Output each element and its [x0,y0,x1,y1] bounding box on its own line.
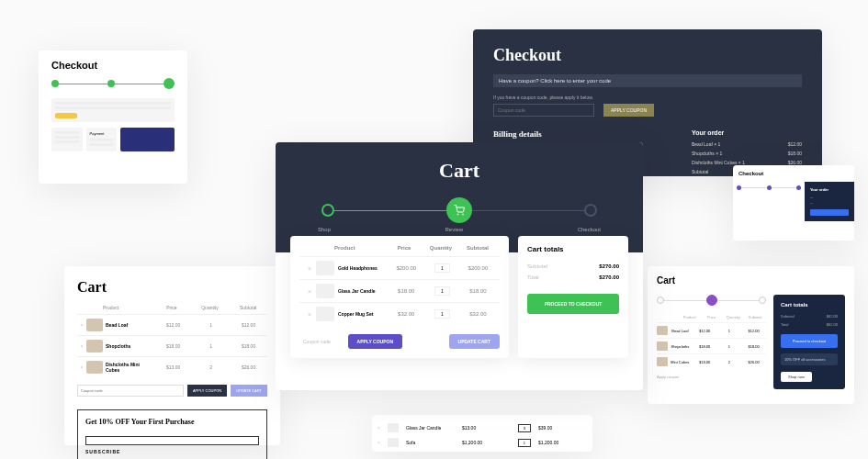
checkout-mini-dark: Checkout Your order—— [733,165,854,241]
cart-snippet: ×Glass Jar Candle$13.003$39.00 ×Sofa$1,2… [372,415,592,452]
remove-icon[interactable]: × [303,265,316,272]
page-title: Checkout [493,46,802,65]
promo-banner: 10% OFF all accessories [781,353,838,365]
remove-icon[interactable]: × [378,440,380,445]
cart-light: Cart ProductPriceQuantitySubtotal ×Bead … [64,266,280,445]
submit-button[interactable] [55,113,77,118]
place-order-button[interactable] [810,209,849,216]
cart-main: Cart ShopReviewCheckout ProductPriceQuan… [276,142,643,390]
remove-icon[interactable]: × [303,288,316,295]
svg-point-0 [457,214,458,215]
step-indicator [657,295,766,306]
table-row: Shopcloths$18.001$18.00 [657,338,766,353]
table-row: ×Dishcloths Mini Cubes$13.002$26.00 [77,356,267,377]
page-title: Cart [77,279,267,296]
table-row: ×Shopcloths$18.001$18.00 [77,335,267,356]
qty-input[interactable]: 1 [434,286,450,296]
promo-box: Get 10% OFF Your First Purchase SUBSCRIB… [77,409,267,459]
table-row: ×Glass Jar Candle$18.001$18.00 [299,279,500,302]
checkout-mini-light: Checkout Payment [39,50,187,184]
page-title: Checkout [51,60,175,71]
remove-icon[interactable]: × [303,311,316,318]
table-row: ×Sofa$1,200.001$1,200.00 [378,435,587,450]
cart-compact: Cart ProductPriceQuantitySubtotal Bead L… [648,266,854,404]
subscribe-button[interactable]: SUBSCRIBE [85,449,259,454]
table-row: Bead Loaf$12.001$12.00 [657,322,766,338]
remove-icon[interactable]: × [77,364,86,370]
coupon-input[interactable] [493,104,594,117]
cart-totals: Cart totals Subtotal$62.00 Total$62.00 P… [773,295,845,389]
remove-icon[interactable]: × [77,322,86,328]
table-row: ×Bead Loaf$12.001$12.00 [77,314,267,335]
apply-coupon-button[interactable]: APPLY COUPON [348,334,402,349]
apply-coupon-link[interactable]: Apply coupon [657,375,766,379]
checkout-button[interactable]: PROCEED TO CHECKOUT [527,294,619,314]
remove-icon[interactable]: × [77,343,86,349]
product-thumb [316,261,334,275]
product-thumb [316,284,334,298]
page-title: Cart [657,275,845,285]
step-indicator [51,78,175,89]
order-summary-dark [120,128,175,151]
cart-icon [446,197,472,223]
step-indicator [276,197,643,223]
remove-icon[interactable]: × [378,425,380,431]
product-thumb [316,307,334,321]
shop-now-button[interactable]: Shop now [781,372,812,382]
table-row: ×Copper Mug Set$32.001$32.00 [299,302,500,325]
table-row: ×Gold Headphones$200.001$200.00 [299,256,500,279]
cart-table: ProductPriceQuantitySubtotal ×Gold Headp… [290,236,509,358]
apply-coupon-button[interactable]: APPLY COUPON [603,104,654,117]
coupon-notice[interactable]: Have a coupon? Click here to enter your … [493,74,802,87]
qty-input[interactable]: 1 [434,263,450,273]
table-row: Mini Cubes$13.002$26.00 [657,353,766,369]
update-cart-button[interactable]: UPDATE CART [449,334,500,349]
email-input[interactable] [85,436,259,445]
svg-point-1 [463,214,464,215]
table-row: ×Glass Jar Candle$13.003$39.00 [378,420,587,435]
coupon-input[interactable]: Coupon code [299,339,343,344]
apply-coupon-button[interactable]: APPLY COUPON [187,385,227,397]
checkout-button[interactable]: Proceed to checkout [781,334,838,348]
qty-input[interactable]: 1 [434,309,450,319]
order-summary: Your order—— [805,182,854,221]
page-title: Cart [276,159,643,183]
coupon-input[interactable] [77,385,184,397]
update-cart-button[interactable]: UPDATE CART [231,385,267,397]
cart-totals: Cart totals Subtotal$270.00 Total$270.00… [518,236,628,358]
billing-title: Billing details [493,129,673,139]
